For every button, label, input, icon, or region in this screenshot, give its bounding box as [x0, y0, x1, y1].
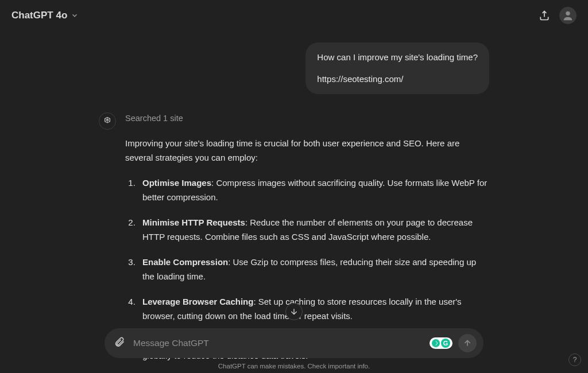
- grammarly-logo-icon: G: [441, 339, 450, 348]
- user-message-link: https://seotesting.com/: [317, 72, 478, 86]
- disclaimer: ChatGPT can make mistakes. Check importa…: [218, 363, 370, 370]
- model-selector[interactable]: ChatGPT 4o: [11, 10, 79, 21]
- arrow-up-icon: [463, 339, 472, 348]
- user-message-row: How can I improve my site's loading time…: [99, 42, 489, 94]
- list-item: Optimise Images: Compress images without…: [138, 176, 489, 205]
- avatar-icon: [562, 9, 574, 22]
- chevron-down-icon: [71, 11, 79, 20]
- openai-logo-icon: [102, 116, 113, 126]
- paperclip-icon: [114, 336, 125, 348]
- user-avatar[interactable]: [559, 7, 577, 24]
- composer: G: [105, 328, 483, 358]
- list-item: Minimise HTTP Requests: Reduce the numbe…: [138, 215, 489, 244]
- assistant-intro: Improving your site's loading time is cr…: [125, 136, 489, 165]
- list-item: Enable Compression: Use Gzip to compress…: [138, 255, 489, 284]
- arrow-down-icon: [289, 307, 299, 316]
- grammarly-widget[interactable]: G: [430, 337, 452, 349]
- model-label: ChatGPT 4o: [11, 10, 67, 21]
- help-button[interactable]: ?: [568, 353, 581, 366]
- user-message: How can I improve my site's loading time…: [305, 42, 489, 94]
- message-input[interactable]: [133, 338, 424, 348]
- svg-point-1: [566, 11, 570, 15]
- attach-button[interactable]: [111, 334, 127, 352]
- composer-area: G ChatGPT can make mistakes. Check impor…: [0, 328, 588, 373]
- grammarly-status-icon: [432, 339, 440, 347]
- assistant-avatar: [99, 112, 116, 130]
- list-item: Leverage Browser Caching: Set up caching…: [138, 294, 489, 324]
- scroll-to-bottom-button[interactable]: [285, 303, 303, 320]
- searched-status: Searched 1 site: [125, 111, 489, 126]
- tip-title: Leverage Browser Caching: [142, 297, 253, 306]
- tip-title: Enable Compression: [142, 257, 228, 267]
- share-button[interactable]: [539, 10, 550, 21]
- chat-area: How can I improve my site's loading time…: [99, 31, 489, 373]
- help-icon: ?: [573, 356, 577, 364]
- user-message-line: How can I improve my site's loading time…: [317, 50, 478, 64]
- tip-title: Optimise Images: [142, 178, 211, 188]
- send-button[interactable]: [458, 334, 477, 352]
- header: ChatGPT 4o: [0, 0, 588, 31]
- share-icon: [539, 10, 550, 21]
- tip-title: Minimise HTTP Requests: [142, 217, 245, 227]
- header-actions: [539, 7, 577, 24]
